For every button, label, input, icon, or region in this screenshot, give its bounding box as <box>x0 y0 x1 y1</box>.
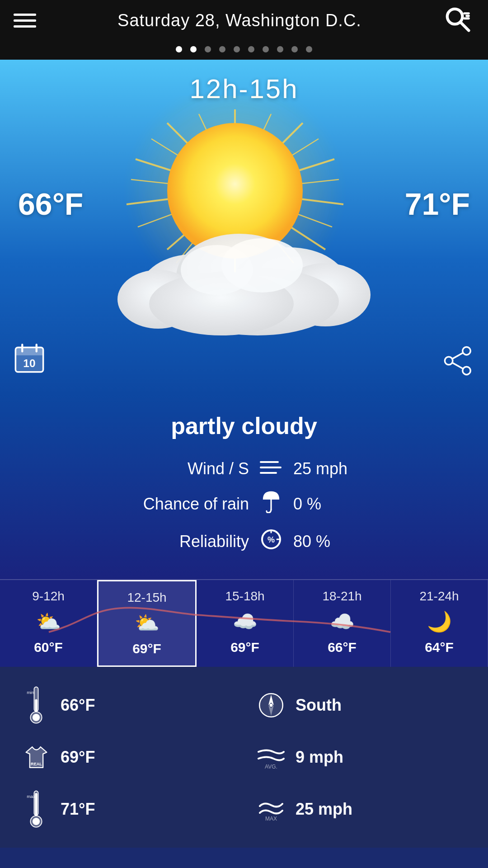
shirt-icon: REAL <box>23 744 50 771</box>
wind-max-stat: MAX 25 mph <box>258 789 465 830</box>
wind-avg-value: 9 mph <box>296 748 343 767</box>
dot-7[interactable] <box>263 46 269 52</box>
svg-point-60 <box>270 704 273 707</box>
reliability-row: Reliability % 80 % <box>27 528 461 555</box>
svg-text:%: % <box>267 535 275 544</box>
dot-6[interactable] <box>248 46 254 52</box>
hourly-21-24[interactable]: 21-24h 🌙 64°F <box>391 580 488 667</box>
hourly-time-1: 9-12h <box>32 589 65 604</box>
temp-real-stat: REAL 69°F <box>23 744 230 771</box>
svg-rect-65 <box>35 793 37 816</box>
bottom-stats: min 66°F South REAL 69°F <box>0 667 488 848</box>
wind-direction-value: South <box>296 696 342 715</box>
hourly-icon-3: ☁️ <box>233 610 258 633</box>
hourly-forecast: 9-12h ⛅ 60°F 12-15h ⛅ 69°F 15-18h ☁️ 69°… <box>0 579 488 667</box>
thermometer-max-icon: max <box>23 789 50 830</box>
top-bar: Saturday 28, Washington D.C. <box>0 0 488 41</box>
hourly-icon-4: ☁️ <box>330 610 355 633</box>
dot-8[interactable] <box>277 46 283 52</box>
temp-min-value: 66°F <box>61 696 95 715</box>
svg-text:max: max <box>27 794 35 799</box>
wind-max-icon: MAX <box>258 797 285 822</box>
temp-max-stat: max 71°F <box>23 789 230 830</box>
svg-text:MAX: MAX <box>265 816 277 822</box>
svg-point-66 <box>33 818 40 825</box>
condition-label: partly cloudy <box>27 412 461 439</box>
hourly-time-2: 12-15h <box>127 590 166 605</box>
temp-min-stat: min 66°F <box>23 685 230 726</box>
weather-details: partly cloudy Wind / S 25 mph Chance of … <box>0 394 488 579</box>
temp-real-value: 69°F <box>61 748 95 767</box>
svg-point-43 <box>445 357 453 365</box>
hourly-temp-1: 60°F <box>34 640 63 655</box>
svg-point-42 <box>463 367 471 375</box>
hourly-18-21[interactable]: 18-21h ☁️ 66°F <box>294 580 391 667</box>
wind-value: 25 mph <box>293 459 366 478</box>
hourly-temp-5: 64°F <box>425 640 454 655</box>
svg-line-45 <box>452 363 463 368</box>
svg-rect-54 <box>35 699 37 712</box>
thermometer-min-icon: min <box>23 685 50 726</box>
compass-icon <box>258 692 285 719</box>
menu-button[interactable] <box>14 14 36 28</box>
svg-line-44 <box>452 353 463 359</box>
hourly-15-18[interactable]: 15-18h ☁️ 69°F <box>197 580 294 667</box>
rain-label: Chance of rain <box>122 495 249 514</box>
wind-max-value: 25 mph <box>296 800 352 819</box>
hourly-icon-5: 🌙 <box>427 610 452 633</box>
page-title: Saturday 28, Washington D.C. <box>117 11 361 30</box>
svg-text:REAL: REAL <box>31 762 42 766</box>
wind-avg-icon: AVG. <box>258 745 285 770</box>
temp-max-value: 71°F <box>61 800 95 819</box>
svg-text:AVG.: AVG. <box>265 764 277 770</box>
rain-value: 0 % <box>293 495 366 514</box>
hourly-temp-4: 66°F <box>328 640 357 655</box>
svg-rect-37 <box>15 348 43 356</box>
hourly-12-15[interactable]: 12-15h ⛅ 69°F <box>97 580 197 667</box>
hourly-icon-1: ⛅ <box>36 610 61 633</box>
page-indicator <box>0 41 488 60</box>
weather-hero: 12h-15h 66°F 71°F <box>0 60 488 394</box>
rain-row: Chance of rain 0 % <box>27 491 461 517</box>
reliability-label: Reliability <box>122 532 249 551</box>
hourly-icon-2: ⛅ <box>135 611 160 635</box>
reliability-value: 80 % <box>293 532 366 551</box>
dot-1[interactable] <box>176 46 182 52</box>
svg-point-35 <box>221 238 303 292</box>
share-button[interactable] <box>443 345 474 378</box>
wind-label: Wind / S <box>122 459 249 478</box>
wind-avg-stat: AVG. 9 mph <box>258 744 465 771</box>
hourly-temp-2: 69°F <box>132 641 161 656</box>
dot-3[interactable] <box>205 46 211 52</box>
hourly-temp-3: 69°F <box>230 640 259 655</box>
temp-high: 71°F <box>405 186 470 222</box>
hourly-9-12[interactable]: 9-12h ⛅ 60°F <box>0 580 97 667</box>
dot-9[interactable] <box>291 46 298 52</box>
temp-low: 66°F <box>18 186 83 222</box>
svg-text:min: min <box>27 690 34 695</box>
svg-text:10: 10 <box>23 357 35 369</box>
wind-direction-stat: South <box>258 685 465 726</box>
svg-point-41 <box>463 347 471 355</box>
dot-10[interactable] <box>306 46 312 52</box>
rain-icon <box>260 491 282 517</box>
calendar-button[interactable]: 10 <box>14 343 45 376</box>
hourly-time-4: 18-21h <box>322 589 361 604</box>
search-button[interactable] <box>443 5 474 36</box>
hourly-time-5: 21-24h <box>419 589 459 604</box>
svg-point-55 <box>33 714 40 721</box>
hourly-time-3: 15-18h <box>225 589 264 604</box>
wind-icon <box>260 458 282 480</box>
dot-5[interactable] <box>234 46 240 52</box>
wind-row: Wind / S 25 mph <box>27 458 461 480</box>
svg-line-1 <box>460 22 469 30</box>
dot-4[interactable] <box>219 46 225 52</box>
reliability-icon: % <box>260 528 282 555</box>
weather-illustration <box>86 96 402 349</box>
dot-2[interactable] <box>190 46 197 52</box>
